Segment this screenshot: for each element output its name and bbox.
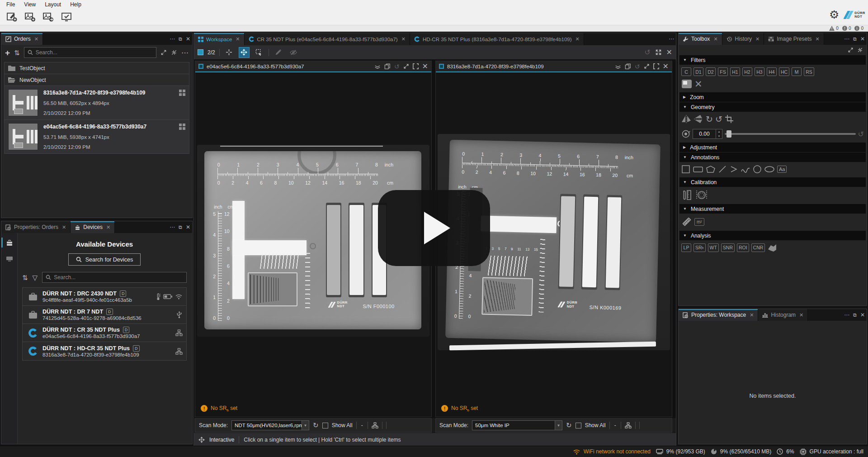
reset-rotation-icon[interactable]: ↺ bbox=[858, 130, 864, 138]
search-for-devices-button[interactable]: Search for Devices bbox=[68, 253, 141, 266]
show-all-checkbox[interactable] bbox=[576, 423, 581, 428]
popout-icon[interactable]: ⧉ bbox=[853, 312, 857, 318]
analysis-button[interactable]: SRb bbox=[693, 243, 706, 252]
collapse-all-icon[interactable] bbox=[857, 47, 863, 53]
folder-row-testobject[interactable]: TestObject bbox=[5, 62, 189, 74]
device-row[interactable]: DÜRR NDT : DR 7 NDTD 74125d45-528a-401c-… bbox=[23, 306, 186, 324]
filter-button[interactable]: H1 bbox=[730, 67, 740, 76]
tab-properties-orders[interactable]: Properties: Orders✕ bbox=[1, 221, 71, 233]
rail-monitors-icon[interactable] bbox=[3, 253, 16, 265]
close-viewer-icon[interactable]: ✕ bbox=[663, 62, 669, 71]
warning-counter[interactable]: 0 bbox=[829, 26, 839, 31]
close-icon[interactable]: ✕ bbox=[713, 36, 717, 42]
viewer-select-icon[interactable] bbox=[198, 64, 203, 69]
rotate-icon[interactable]: ↺ bbox=[635, 63, 640, 70]
spin-down-icon[interactable]: ▼ bbox=[716, 134, 722, 138]
popout-icon[interactable]: ⧉ bbox=[179, 224, 182, 230]
rotate-cw-icon[interactable]: ↻ bbox=[706, 115, 713, 124]
close-icon[interactable]: ✕ bbox=[576, 36, 580, 42]
close-workspace-icon[interactable]: ✕ bbox=[666, 48, 672, 57]
crosshair-tool[interactable] bbox=[224, 47, 235, 58]
tab-properties-workspace[interactable]: Properties: Workspace✕ bbox=[679, 309, 758, 321]
filter-button[interactable]: C bbox=[681, 67, 691, 76]
minus-label[interactable]: - bbox=[360, 422, 364, 428]
ruler-measure-icon[interactable] bbox=[681, 216, 692, 227]
tab-toolbox[interactable]: Toolbox✕ bbox=[679, 33, 722, 45]
analysis-button[interactable]: CNR bbox=[751, 243, 765, 252]
expand-all-icon[interactable] bbox=[160, 49, 167, 56]
more-options-icon[interactable]: ⋯ bbox=[181, 48, 189, 57]
filter-button[interactable]: M bbox=[792, 67, 802, 76]
orders-search[interactable] bbox=[24, 47, 156, 58]
more-options-icon[interactable]: ⋯ bbox=[170, 224, 175, 230]
move-tool[interactable] bbox=[239, 47, 250, 58]
tab-hdcr35[interactable]: HD-CR 35 NDT Plus (8316a3e8-7d1a-4720-8f… bbox=[410, 33, 584, 45]
filter-button[interactable]: H4 bbox=[767, 67, 777, 76]
section-filters[interactable]: ▼Filters bbox=[679, 55, 866, 65]
circle-calibration-icon[interactable] bbox=[695, 190, 708, 200]
tab-cr35[interactable]: CR 35 NDT Plus (e04ac5e6-6c84-4196-8a33-… bbox=[245, 33, 410, 45]
tab-orders[interactable]: Orders✕ bbox=[1, 33, 43, 45]
more-tabs-icon[interactable]: ⋯ bbox=[669, 36, 674, 42]
more-options-icon[interactable]: ⋯ bbox=[170, 36, 175, 42]
frames-icon[interactable] bbox=[625, 63, 631, 70]
expand-all-icon[interactable] bbox=[848, 47, 854, 53]
menu-item[interactable]: Help bbox=[66, 0, 85, 9]
devices-search-input[interactable] bbox=[54, 274, 183, 281]
scan-mode-select[interactable]: 50μm White IP▼ bbox=[472, 420, 562, 430]
layers-icon[interactable] bbox=[615, 63, 621, 70]
polygon-annotation-icon[interactable] bbox=[706, 165, 716, 174]
tab-image-presets[interactable]: Image Presets✕ bbox=[764, 33, 824, 45]
orders-search-input[interactable] bbox=[36, 49, 153, 56]
annotation-pencil-tool[interactable] bbox=[273, 47, 284, 58]
collection-grid-icon[interactable] bbox=[179, 90, 185, 96]
monitor-check-button[interactable] bbox=[60, 10, 73, 23]
analysis-button[interactable]: LP bbox=[681, 243, 691, 252]
viewer-select-icon[interactable] bbox=[439, 64, 444, 69]
frames-icon[interactable] bbox=[384, 63, 391, 70]
video-play-button[interactable] bbox=[378, 190, 490, 266]
maximize-icon[interactable] bbox=[644, 63, 650, 69]
network-icon[interactable] bbox=[625, 422, 632, 428]
flip-vertical-icon[interactable] bbox=[693, 114, 703, 124]
collapse-all-icon[interactable] bbox=[171, 49, 177, 56]
order-item[interactable]: 8316a3e8-7d1a-4720-8f39-e3798fe4b109 56.… bbox=[5, 86, 189, 120]
fullscreen-icon[interactable] bbox=[655, 49, 662, 56]
analysis-button[interactable]: SNR bbox=[721, 243, 735, 252]
refresh-icon[interactable]: ↻ bbox=[313, 421, 319, 429]
filter-button[interactable]: RS bbox=[804, 67, 814, 76]
close-icon[interactable]: ✕ bbox=[236, 36, 240, 42]
folder-row-newobject[interactable]: NewObject bbox=[5, 74, 189, 86]
close-icon[interactable]: ✕ bbox=[816, 36, 820, 42]
tab-devices[interactable]: Devices✕ bbox=[71, 221, 115, 233]
text-annotation-icon[interactable]: Aa bbox=[777, 166, 787, 173]
close-icon[interactable]: ✕ bbox=[401, 36, 406, 42]
maximize-icon[interactable] bbox=[403, 63, 409, 69]
settings-gear-icon[interactable]: ⚙ bbox=[829, 9, 839, 20]
filter-button[interactable]: D1 bbox=[693, 67, 703, 76]
area-measure-icon[interactable]: m² bbox=[694, 218, 704, 226]
close-icon[interactable]: ✕ bbox=[106, 224, 110, 230]
length-calibration-icon[interactable] bbox=[681, 190, 693, 200]
rail-scanners-icon[interactable] bbox=[3, 237, 16, 248]
tab-history[interactable]: History✕ bbox=[722, 33, 764, 45]
analysis-button[interactable]: WT bbox=[708, 243, 719, 252]
free-rotate-icon[interactable] bbox=[681, 129, 690, 138]
rotation-slider[interactable] bbox=[725, 129, 856, 138]
close-icon[interactable]: ✕ bbox=[750, 312, 754, 318]
filter-button[interactable]: H2 bbox=[742, 67, 752, 76]
clear-filter-icon[interactable]: ✕ bbox=[694, 79, 703, 89]
section-calibration[interactable]: ▼Calibration bbox=[679, 177, 866, 187]
more-options-icon[interactable]: ⋯ bbox=[844, 36, 849, 42]
tab-workspace[interactable]: Workspace✕ bbox=[194, 33, 245, 45]
slider-handle[interactable] bbox=[726, 130, 731, 138]
new-order-button[interactable] bbox=[5, 10, 19, 23]
close-panel-icon[interactable]: ✕ bbox=[860, 36, 865, 42]
rectangle-annotation-icon[interactable] bbox=[693, 165, 703, 174]
filter-button[interactable]: D2 bbox=[706, 67, 716, 76]
circle-annotation-icon[interactable] bbox=[753, 165, 762, 174]
close-icon[interactable]: ✕ bbox=[62, 224, 66, 230]
menu-item[interactable]: View bbox=[20, 0, 39, 9]
menu-item[interactable]: File bbox=[3, 0, 19, 9]
filter-button[interactable]: H3 bbox=[755, 67, 764, 76]
